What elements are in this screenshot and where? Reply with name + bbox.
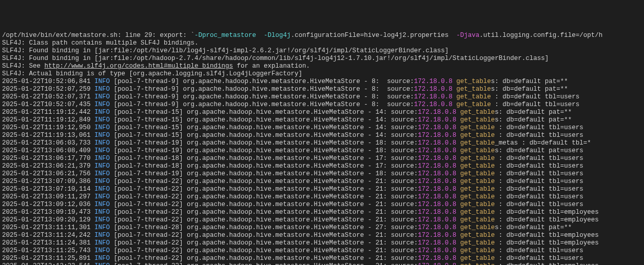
log-line: SLF4J: Actual binding is of type [org.ap… (2, 70, 642, 78)
log-level: INFO (94, 155, 110, 162)
log-timestamp: 2025-01-22T13:09:11,297 (2, 193, 94, 200)
log-text (456, 216, 460, 223)
log-timestamp: 2025-01-22T11:19:13,061 (2, 132, 94, 139)
log-line: 2025-01-22T13:06:21,379 INFO [pool-7-thr… (2, 162, 642, 170)
log-line: SLF4J: Class path contains multiple SLF4… (2, 39, 642, 47)
jvm-option: -Dproc_metastore (194, 32, 256, 39)
log-timestamp: 2025-01-22T13:11:25,743 (2, 247, 94, 254)
log-line: 2025-01-22T13:11:25,743 INFO [pool-7-thr… (2, 247, 642, 255)
log-timestamp: 2025-01-22T13:11:24,242 (2, 232, 94, 239)
log-class: org.apache.hadoop.hive.metastore.HiveMet… (183, 139, 387, 147)
log-source-label: source: (387, 193, 418, 200)
terminal-output[interactable]: /opt/hive/bin/ext/metastore.sh: line 29:… (2, 32, 642, 265)
log-line: 2025-01-22T13:11:11,301 INFO [pool-7-thr… (2, 224, 642, 232)
log-action: get_table (456, 93, 491, 100)
log-line: 2025-01-22T13:07:09,386 INFO [pool-7-thr… (2, 178, 642, 186)
log-text (456, 132, 460, 139)
log-thread: [pool-7-thread-15] (110, 124, 183, 131)
log-thread: [pool-7-thread-18] (110, 155, 183, 162)
log-source-ip: 172.18.0.8 (418, 262, 456, 265)
log-thread: [pool-7-thread-19] (110, 139, 183, 147)
log-thread: [pool-7-thread-22] (110, 193, 183, 200)
log-params: : db=default tbl=users (495, 170, 583, 177)
log-source-label: source: (387, 209, 418, 216)
log-level: INFO (94, 224, 110, 231)
log-text (456, 262, 460, 265)
log-params: : db=default tbl=users (495, 193, 583, 200)
log-params: : db=default tbl=employees (495, 232, 599, 239)
log-timestamp: 2025-01-22T13:07:10,114 (2, 186, 94, 193)
log-source-ip: 172.18.0.8 (418, 209, 456, 216)
log-line: 2025-01-22T13:06:03,733 INFO [pool-7-thr… (2, 139, 642, 147)
log-thread: [pool-7-thread-9] (110, 93, 183, 100)
slf4j-docs-link[interactable]: http://www.slf4j.org/codes.html#multiple… (45, 63, 233, 70)
log-thread: [pool-7-thread-22] (110, 247, 183, 254)
log-source-ip: 172.18.0.8 (414, 86, 453, 93)
log-action: get_table (460, 116, 495, 124)
log-action: get_table (456, 86, 491, 93)
log-thread: [pool-7-thread-9] (110, 78, 183, 85)
log-class: org.apache.hadoop.hive.metastore.HiveMet… (183, 209, 387, 216)
log-class: org.apache.hadoop.hive.metastore.HiveMet… (183, 132, 387, 139)
log-text: for an explanation. (233, 63, 310, 70)
log-source-ip: 172.18.0.8 (414, 93, 453, 100)
log-level: INFO (94, 139, 110, 147)
log-action: get_table (460, 201, 495, 208)
log-timestamp: 2025-01-22T11:19:12,950 (2, 124, 94, 131)
log-source-label: source: (387, 247, 418, 254)
log-text: SLF4J: Actual binding is of type [org.ap… (2, 70, 302, 77)
log-line: 2025-01-22T13:07:10,114 INFO [pool-7-thr… (2, 186, 642, 193)
log-action: get_table (460, 147, 495, 154)
log-timestamp: 2025-01-22T10:52:07,259 (2, 86, 94, 93)
log-line: 2025-01-22T10:52:07,371 INFO [pool-7-thr… (2, 93, 642, 101)
log-line: 2025-01-22T11:19:12,442 INFO [pool-7-thr… (2, 109, 642, 116)
log-line: 2025-01-22T11:19:12,849 INFO [pool-7-thr… (2, 116, 642, 124)
log-text (456, 147, 460, 154)
log-source-label: source: (387, 262, 418, 265)
log-thread: [pool-7-thread-9] (110, 101, 183, 108)
log-action: get_table (460, 124, 495, 131)
log-action: get_table (456, 101, 491, 108)
log-params: : db=default tbl=users (495, 186, 583, 193)
log-class: org.apache.hadoop.hive.metastore.HiveMet… (183, 86, 383, 93)
log-source-ip: 172.18.0.8 (418, 178, 456, 185)
log-thread: [pool-7-thread-22] (110, 186, 183, 193)
log-class: org.apache.hadoop.hive.metastore.HiveMet… (183, 93, 383, 100)
log-thread: [pool-7-thread-15] (110, 132, 183, 139)
log-params: : db=default tbl=users (495, 132, 583, 139)
log-params: s: db=default pat=** (495, 224, 572, 231)
log-timestamp: 2025-01-22T11:19:12,442 (2, 109, 94, 116)
log-source-label: source: (387, 147, 418, 154)
log-class: org.apache.hadoop.hive.metastore.HiveMet… (183, 170, 387, 177)
log-source-ip: 172.18.0.8 (418, 132, 456, 139)
log-line: 2025-01-22T13:09:19,473 INFO [pool-7-thr… (2, 209, 642, 216)
log-class: org.apache.hadoop.hive.metastore.HiveMet… (183, 247, 387, 254)
log-source-ip: 172.18.0.8 (418, 162, 456, 170)
log-timestamp: 2025-01-22T13:06:21,379 (2, 162, 94, 170)
log-level: INFO (94, 132, 110, 139)
log-text (456, 209, 460, 216)
log-action: get_table (460, 170, 495, 177)
log-line: /opt/hive/bin/ext/metastore.sh: line 29:… (2, 32, 642, 39)
log-level: INFO (94, 124, 110, 131)
log-source-label: source: (387, 224, 418, 231)
log-source-ip: 172.18.0.8 (418, 109, 456, 116)
log-timestamp: 2025-01-22T13:07:09,386 (2, 178, 94, 185)
log-level: INFO (94, 262, 110, 265)
log-text (456, 178, 460, 185)
log-text: SLF4J: Found binding in [jar:file:/opt/h… (2, 47, 448, 54)
log-thread: [pool-7-thread-22] (110, 178, 183, 185)
log-line: 2025-01-22T13:06:21,756 INFO [pool-7-thr… (2, 170, 642, 178)
log-line: 2025-01-22T10:52:07,435 INFO [pool-7-thr… (2, 101, 642, 109)
log-class: org.apache.hadoop.hive.metastore.HiveMet… (183, 147, 387, 154)
log-level: INFO (94, 209, 110, 216)
log-level: INFO (94, 232, 110, 239)
log-thread: [pool-7-thread-22] (110, 232, 183, 239)
log-level: INFO (94, 78, 110, 85)
log-action: get_table (460, 186, 495, 193)
log-thread: [pool-7-thread-15] (110, 116, 183, 124)
log-source-ip: 172.18.0.8 (418, 186, 456, 193)
log-timestamp: 2025-01-22T11:19:12,849 (2, 116, 94, 124)
log-text (456, 162, 460, 170)
log-source-label: source: (387, 170, 418, 177)
